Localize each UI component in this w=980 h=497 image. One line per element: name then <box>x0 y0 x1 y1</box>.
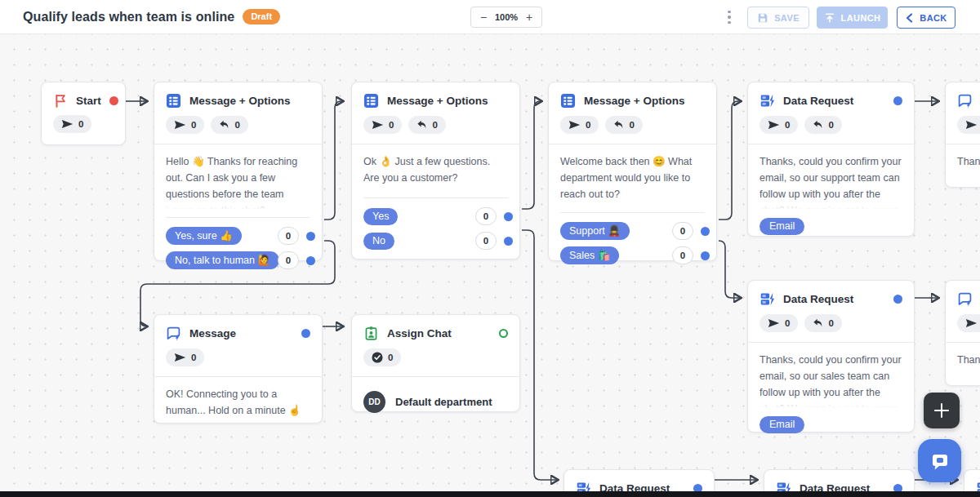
data-request-icon <box>976 481 980 491</box>
sent-counter: 0 <box>560 116 599 134</box>
message-text: Thanks, could you confirm your <box>957 153 980 170</box>
output-port[interactable] <box>893 295 902 304</box>
data-request-icon <box>776 481 791 491</box>
message-text: Thanks, could you confirm your email, so… <box>760 352 902 409</box>
save-button[interactable]: SAVE <box>747 7 809 29</box>
sent-counter: 0 <box>957 314 980 332</box>
option-count: 0 <box>672 222 693 240</box>
option-button[interactable]: Yes, sure 👍 <box>166 227 242 245</box>
send-icon <box>768 318 780 328</box>
option-button[interactable]: No, talk to human 🙋 <box>166 251 279 269</box>
send-icon <box>965 318 978 328</box>
replies-counter: 0 <box>408 116 445 134</box>
launch-button[interactable]: LAUNCH <box>817 7 888 29</box>
node-message-partial-1[interactable]: Message 0 Thanks, could you confirm your <box>945 82 980 188</box>
department-avatar: DD <box>363 391 385 413</box>
node-data-request-bottom-2[interactable]: Data Request <box>764 469 915 491</box>
output-port[interactable] <box>893 96 902 105</box>
message-text: Ok 👌 Just a few questions. Are you a cus… <box>363 153 508 186</box>
zoom-control: − 100% + <box>470 7 542 28</box>
department-row[interactable]: DD Default department <box>363 386 508 415</box>
output-port[interactable] <box>504 212 513 221</box>
data-request-icon <box>760 93 775 109</box>
back-label: BACK <box>920 13 947 23</box>
node-data-request-1[interactable]: Data Request 0 0 Thanks, could you confi… <box>747 82 915 237</box>
data-field-pill[interactable]: Email <box>760 218 804 235</box>
node-data-request-bottom-3[interactable] <box>964 469 980 491</box>
replies-counter: 0 <box>211 116 247 134</box>
output-port[interactable] <box>504 237 513 246</box>
option-row[interactable]: Sales 🛍️ 0 <box>560 246 705 265</box>
node-title: Message <box>189 327 236 339</box>
assigned-counter: 0 <box>363 348 401 366</box>
launch-label: LAUNCH <box>841 13 881 23</box>
option-row[interactable]: No, talk to human 🙋 0 <box>166 251 310 270</box>
option-row[interactable]: No 0 <box>363 231 508 251</box>
node-title: Data Request <box>800 482 870 491</box>
replies-counter: 0 <box>605 116 642 134</box>
sent-counter: 0 <box>363 116 402 134</box>
plus-icon <box>933 402 951 419</box>
data-field-pill[interactable]: Email <box>760 416 804 433</box>
sent-counter: 0 <box>957 116 980 134</box>
status-badge: Draft <box>243 9 280 24</box>
output-port[interactable] <box>306 232 315 241</box>
chat-widget-button[interactable] <box>918 439 961 482</box>
node-data-request-2[interactable]: Data Request 0 0 Thanks, could you confi… <box>747 280 915 433</box>
chevron-left-icon <box>905 13 914 23</box>
add-node-button[interactable] <box>924 393 960 428</box>
output-port[interactable] <box>109 96 118 105</box>
node-title: Data Request <box>783 293 853 305</box>
more-options-icon[interactable] <box>723 7 736 27</box>
message-text: Welcome back then 😊 What department woul… <box>560 153 705 202</box>
launch-icon <box>824 12 835 24</box>
option-row[interactable]: Support 💂 0 <box>560 221 705 241</box>
send-icon <box>174 353 186 362</box>
sent-counter: 0 <box>760 314 798 332</box>
message-text: OK! Connecting you to a human... Hold on… <box>166 386 310 419</box>
node-message-options-2[interactable]: Message + Options 0 0 Ok 👌 Just a few qu… <box>351 82 520 260</box>
node-assign-chat[interactable]: Assign Chat 0 DD Default department <box>351 314 520 412</box>
message-icon <box>957 93 973 109</box>
zoom-in-button[interactable]: + <box>520 7 538 27</box>
option-button[interactable]: Support 💂 <box>560 222 630 240</box>
department-name: Default department <box>395 396 492 408</box>
zoom-out-button[interactable]: − <box>474 7 492 27</box>
node-message-options-3[interactable]: Message + Options 0 0 Welcome back then … <box>548 82 717 261</box>
option-button[interactable]: Yes <box>363 208 398 225</box>
message-icon <box>166 326 181 341</box>
node-data-request-bottom-1[interactable]: Data Request <box>564 469 715 491</box>
option-row[interactable]: Yes, sure 👍 0 <box>166 226 310 246</box>
zoom-level: 100% <box>492 12 520 22</box>
flow-canvas[interactable]: Start 0 Message + Options 0 0 <box>0 34 980 491</box>
option-button[interactable]: No <box>363 233 394 250</box>
output-port[interactable] <box>893 484 902 491</box>
back-button[interactable]: BACK <box>897 7 956 29</box>
option-count: 0 <box>475 232 497 250</box>
option-row[interactable]: Yes 0 <box>363 206 508 226</box>
message-options-icon <box>363 93 379 109</box>
check-icon <box>372 352 383 363</box>
output-port[interactable] <box>701 251 710 260</box>
output-port[interactable] <box>301 329 310 338</box>
reply-icon <box>613 120 624 130</box>
node-title: Message + Options <box>189 95 290 107</box>
option-count: 0 <box>278 227 299 245</box>
message-text: Thanks, could you confirm your email, so… <box>760 153 902 211</box>
node-title: Assign Chat <box>387 327 452 339</box>
option-count: 0 <box>278 251 299 269</box>
node-message[interactable]: Message 0 OK! Connecting you to a human.… <box>154 314 323 424</box>
node-message-options-1[interactable]: Message + Options 0 0 Hello 👋 Thanks for… <box>154 82 323 261</box>
output-port[interactable] <box>701 227 710 236</box>
replies-counter: 0 <box>804 314 841 332</box>
node-start[interactable]: Start 0 <box>41 82 126 145</box>
sent-counter: 0 <box>166 116 204 134</box>
top-toolbar: Qualify leads when team is online Draft … <box>0 0 980 34</box>
node-message-partial-2[interactable]: Message 0 Thanks, could you confirm your <box>945 280 980 386</box>
reply-icon <box>813 120 823 130</box>
output-port[interactable] <box>306 256 315 265</box>
output-port[interactable] <box>693 484 702 491</box>
output-port[interactable] <box>499 329 508 338</box>
option-button[interactable]: Sales 🛍️ <box>560 246 619 264</box>
send-icon <box>568 120 581 130</box>
